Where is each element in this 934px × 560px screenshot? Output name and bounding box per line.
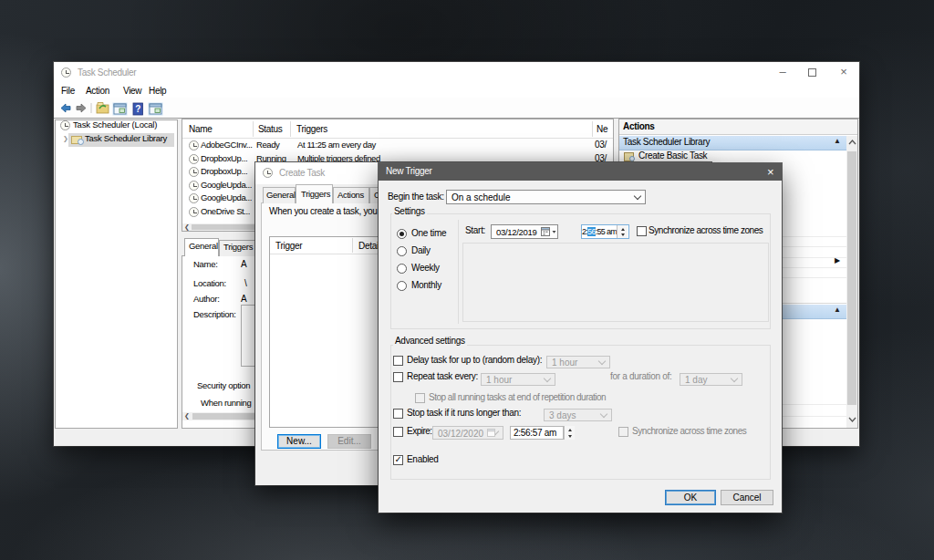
svg-text:?: ? <box>135 104 140 114</box>
